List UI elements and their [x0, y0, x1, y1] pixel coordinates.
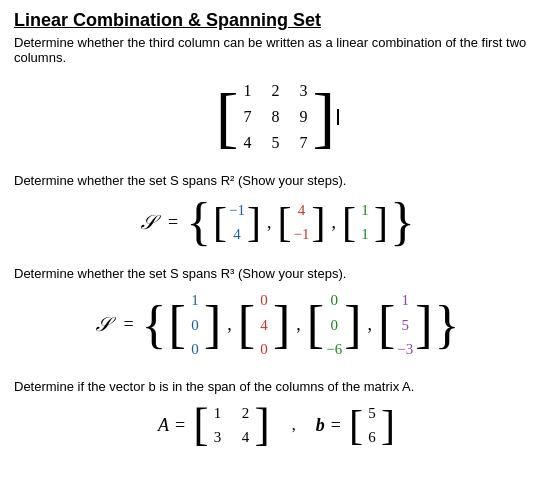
set2-expr: 𝒮 = { [ −1 4 ] , [ 4 −1 ]: [140, 196, 415, 248]
v3-2-r1: 0: [257, 289, 271, 312]
m1-r1c1: 1: [241, 79, 255, 103]
section-3: Determine whether the set S spans R³ (Sh…: [14, 266, 541, 361]
v2-1-bl: [: [213, 201, 227, 243]
v3-1-r1: 1: [188, 289, 202, 312]
a-symbol: A: [158, 415, 169, 436]
vec2-1: [ −1 4 ]: [213, 199, 261, 246]
m1-r2c2: 8: [269, 105, 283, 129]
vec3-2: [ 0 4 0 ]: [238, 289, 291, 361]
vec2-3: [ 1 1 ]: [342, 199, 388, 246]
v2-1-r1: −1: [229, 199, 245, 222]
sep2-1: ,: [267, 212, 272, 233]
v3-1-r2: 0: [188, 314, 202, 337]
matrix1: [ 1 2 3 7 8 9 4 5 7 ]: [216, 79, 339, 155]
bracket-right-1: ]: [313, 83, 336, 151]
v3-3-br: ]: [344, 299, 361, 351]
m1-r1c2: 2: [269, 79, 283, 103]
v2-3-r1: 1: [358, 199, 372, 222]
sep2-2: ,: [332, 212, 337, 233]
v3-2-r2: 4: [257, 314, 271, 337]
v3-4-r1: 1: [397, 289, 413, 312]
v2-2-r2: −1: [294, 223, 310, 246]
section-1: [ 1 2 3 7 8 9 4 5 7 ]: [14, 79, 541, 155]
m1-r3c1: 4: [241, 131, 255, 155]
vB-r2: 6: [365, 426, 379, 449]
m1-r3c2: 5: [269, 131, 283, 155]
v3-1-r3: 0: [188, 338, 202, 361]
v2-2-bl: [: [278, 201, 292, 243]
matrix1-grid: 1 2 3 7 8 9 4 5 7: [241, 79, 311, 155]
section3-math: 𝒮 = { [ 1 0 0 ] , [ 0 4 0: [14, 289, 541, 361]
cursor: [337, 109, 339, 125]
vecB-wrap: [ 5 6 ]: [349, 402, 395, 449]
v3-3-bl: [: [307, 299, 324, 351]
v3-3-r2: 0: [326, 314, 342, 337]
mA-r2c1: 3: [211, 426, 225, 449]
equals-3: =: [123, 314, 133, 335]
s-symbol-3: 𝒮: [95, 313, 109, 336]
equals-4: =: [175, 415, 185, 436]
b-symbol: b: [316, 415, 325, 436]
comma-4: ,: [292, 416, 296, 434]
v3-4-bl: [: [378, 299, 395, 351]
v3-2-br: ]: [273, 299, 290, 351]
vecB-expr: b = [ 5 6 ]: [316, 402, 397, 449]
v3-2-bl: [: [238, 299, 255, 351]
left-brace-3: {: [142, 299, 167, 351]
left-brace-2: {: [186, 196, 211, 248]
v2-2-r1: 4: [294, 199, 310, 222]
s-symbol-2: 𝒮: [140, 211, 154, 234]
mA-r1c1: 1: [211, 402, 225, 425]
equals-2: =: [168, 212, 178, 233]
vec3-4: [ 1 5 −3 ]: [378, 289, 433, 361]
set3-expr: 𝒮 = { [ 1 0 0 ] , [ 0 4 0: [95, 289, 459, 361]
v2-3-grid: 1 1: [358, 199, 372, 246]
v3-4-r3: −3: [397, 338, 413, 361]
bracket-left-1: [: [216, 83, 239, 151]
v2-1-r2: 4: [229, 223, 245, 246]
right-brace-2: }: [390, 196, 415, 248]
v2-1-br: ]: [247, 201, 261, 243]
v3-4-grid: 1 5 −3: [397, 289, 413, 361]
m1-r2c1: 7: [241, 105, 255, 129]
m1-r2c3: 9: [297, 105, 311, 129]
v3-3-r3: −6: [326, 338, 342, 361]
v3-3-grid: 0 0 −6: [326, 289, 342, 361]
sep3-3: ,: [367, 314, 372, 335]
section2-label: Determine whether the set S spans R² (Sh…: [14, 173, 541, 188]
m1-r1c3: 3: [297, 79, 311, 103]
mA-r1c2: 2: [239, 402, 253, 425]
v3-1-br: ]: [204, 299, 221, 351]
v3-2-r3: 0: [257, 338, 271, 361]
right-brace-3: }: [435, 299, 460, 351]
matA-grid: 1 2 3 4: [211, 402, 253, 449]
vec2-2: [ 4 −1 ]: [278, 199, 326, 246]
v2-2-br: ]: [312, 201, 326, 243]
v3-1-grid: 1 0 0: [188, 289, 202, 361]
section4-math: A = [ 1 2 3 4 ] , b = [ 5 6: [14, 402, 541, 449]
v3-4-r2: 5: [397, 314, 413, 337]
m1-r3c3: 7: [297, 131, 311, 155]
mA-r2c2: 4: [239, 426, 253, 449]
equals-5: =: [331, 415, 341, 436]
section3-label: Determine whether the set S spans R³ (Sh…: [14, 266, 541, 281]
section2-math: 𝒮 = { [ −1 4 ] , [ 4 −1 ]: [14, 196, 541, 248]
page-title: Linear Combination & Spanning Set: [14, 10, 541, 31]
v2-2-grid: 4 −1: [294, 199, 310, 246]
vecB-grid: 5 6: [365, 402, 379, 449]
vec3-1: [ 1 0 0 ]: [169, 289, 222, 361]
v2-3-r2: 1: [358, 223, 372, 246]
matrix1-block: [ 1 2 3 7 8 9 4 5 7 ]: [14, 79, 541, 155]
v2-3-br: ]: [374, 201, 388, 243]
matA-bl: [: [193, 402, 208, 448]
sep3-2: ,: [296, 314, 301, 335]
vec3-3: [ 0 0 −6 ]: [307, 289, 362, 361]
v3-4-br: ]: [415, 299, 432, 351]
matA-wrap: [ 1 2 3 4 ]: [193, 402, 270, 449]
v3-1-bl: [: [169, 299, 186, 351]
v3-3-r1: 0: [326, 289, 342, 312]
matA-br: ]: [255, 402, 270, 448]
section4-label: Determine if the vector b is in the span…: [14, 379, 541, 394]
vecB-bl: [: [349, 404, 363, 446]
v2-3-bl: [: [342, 201, 356, 243]
